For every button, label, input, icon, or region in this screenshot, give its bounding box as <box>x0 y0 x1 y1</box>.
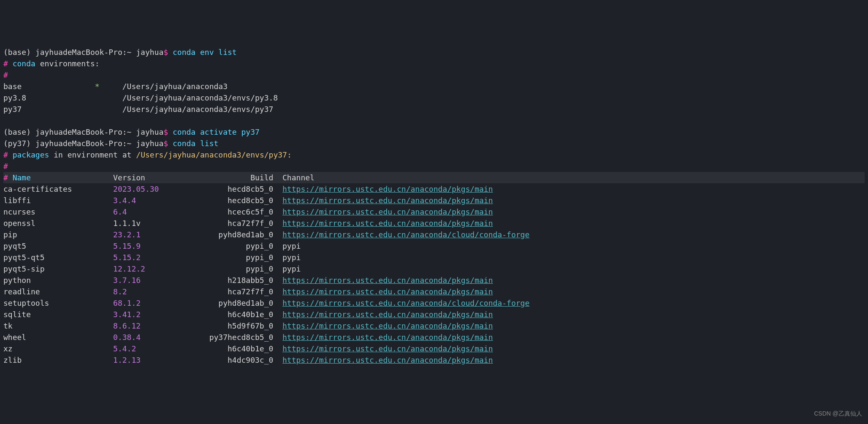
pkg-build: h5d9f67b_0 <box>205 320 274 332</box>
pkg-version: 0.38.4 <box>113 332 205 343</box>
pkg-build: pypi_0 <box>205 252 274 263</box>
pkg-row: tk8.6.12h5d9f67b_0https://mirrors.ustc.e… <box>3 320 865 332</box>
pkg-version: 12.12.2 <box>113 263 205 275</box>
pkg-channel[interactable]: https://mirrors.ustc.edu.cn/anaconda/pkg… <box>273 275 493 286</box>
hash: # <box>3 150 8 159</box>
command-text: conda env list <box>168 48 237 57</box>
env-header-rest: environments: <box>35 59 100 68</box>
pkg-channel[interactable]: https://mirrors.ustc.edu.cn/anaconda/pkg… <box>273 217 493 229</box>
pkg-name: pip <box>3 229 113 240</box>
col-version-header: Version <box>113 172 205 183</box>
pkg-version: 68.1.2 <box>113 297 205 309</box>
pkg-row: ca-certificates2023.05.30hecd8cb5_0https… <box>3 183 865 195</box>
env-name: base <box>3 81 95 92</box>
pkg-row: readline8.2hca72f7f_0https://mirrors.ust… <box>3 286 865 297</box>
pkg-channel[interactable]: https://mirrors.ustc.edu.cn/anaconda/pkg… <box>273 195 493 206</box>
pkg-build: hecd8cb5_0 <box>205 183 274 195</box>
prompt-line: (base) jayhuadeMacBook-Pro:~ jayhua$ con… <box>3 46 865 58</box>
hash: # <box>3 173 8 182</box>
pkg-version: 6.4 <box>113 206 205 217</box>
hash: # <box>3 59 8 68</box>
pkg-header-path: /Users/jayhua/anaconda3/envs/py37: <box>136 150 291 159</box>
env-list-header: # conda environments: <box>3 58 865 69</box>
terminal-output[interactable]: (base) jayhuadeMacBook-Pro:~ jayhua$ con… <box>3 46 865 366</box>
pkg-row: libffi3.4.4hecd8cb5_0https://mirrors.ust… <box>3 195 865 206</box>
pkg-channel[interactable]: https://mirrors.ustc.edu.cn/anaconda/pkg… <box>273 286 493 297</box>
pkg-channel[interactable]: https://mirrors.ustc.edu.cn/anaconda/pkg… <box>273 309 493 320</box>
pkg-build: hcec6c5f_0 <box>205 206 274 217</box>
pkg-version: 1.2.13 <box>113 354 205 366</box>
command-text: conda list <box>168 139 218 148</box>
pkg-row: pip23.2.1pyhd8ed1ab_0https://mirrors.ust… <box>3 229 865 240</box>
pkg-name: setuptools <box>3 297 113 309</box>
pkg-channel[interactable]: https://mirrors.ustc.edu.cn/anaconda/clo… <box>273 297 529 309</box>
prompt-line: (py37) jayhuadeMacBook-Pro:~ jayhua$ con… <box>3 138 865 149</box>
pkg-name: python <box>3 275 113 286</box>
pkg-header-mid: in environment at <box>49 150 136 159</box>
pkg-build: h218abb5_0 <box>205 275 274 286</box>
env-row: py37 /Users/jayhua/anaconda3/envs/py37 <box>3 103 865 115</box>
pkg-version: 23.2.1 <box>113 229 205 240</box>
pkg-row: pyqt5-qt55.15.2pypi_0pypi <box>3 252 865 263</box>
env-path: /Users/jayhua/anaconda3/envs/py37 <box>113 105 273 114</box>
blank-line <box>3 115 865 126</box>
pkg-build: pypi_0 <box>205 263 274 275</box>
command-text: conda activate py37 <box>168 128 260 136</box>
pkg-build: pyhd8ed1ab_0 <box>205 229 274 240</box>
pkg-channel[interactable]: https://mirrors.ustc.edu.cn/anaconda/pkg… <box>273 183 493 195</box>
pkg-channel[interactable]: https://mirrors.ustc.edu.cn/anaconda/pkg… <box>273 332 493 343</box>
env-row: py3.8 /Users/jayhua/anaconda3/envs/py3.8 <box>3 92 865 103</box>
pkg-version: 3.4.4 <box>113 195 205 206</box>
env-active-marker: * <box>95 81 113 92</box>
env-header-label: conda <box>8 59 35 68</box>
pkg-row: xz5.4.2h6c40b1e_0https://mirrors.ustc.ed… <box>3 343 865 354</box>
pkg-name: pyqt5-sip <box>3 263 113 275</box>
pkg-channel: pypi <box>273 240 301 252</box>
prompt-dollar: $ <box>163 128 168 136</box>
pkg-build: h4dc903c_0 <box>205 354 274 366</box>
pkg-env-header: # packages in environment at /Users/jayh… <box>3 149 865 160</box>
env-row: base* /Users/jayhua/anaconda3 <box>3 81 865 92</box>
pkg-name: readline <box>3 286 113 297</box>
pkg-build: hca72f7f_0 <box>205 217 274 229</box>
pkg-channel[interactable]: https://mirrors.ustc.edu.cn/anaconda/pkg… <box>273 206 493 217</box>
prompt-dollar: $ <box>163 48 168 57</box>
pkg-build: hecd8cb5_0 <box>205 195 274 206</box>
pkg-version: 2023.05.30 <box>113 183 205 195</box>
pkg-name: wheel <box>3 332 113 343</box>
pkg-channel[interactable]: https://mirrors.ustc.edu.cn/anaconda/pkg… <box>273 320 493 332</box>
pkg-channel[interactable]: https://mirrors.ustc.edu.cn/anaconda/clo… <box>273 229 529 240</box>
pkg-build: pyhd8ed1ab_0 <box>205 297 274 309</box>
pkg-version: 8.6.12 <box>113 320 205 332</box>
pkg-name: ca-certificates <box>3 183 113 195</box>
hash-line: # <box>3 160 865 172</box>
pkg-row: ncurses6.4hcec6c5f_0https://mirrors.ustc… <box>3 206 865 217</box>
pkg-name: openssl <box>3 217 113 229</box>
pkg-channel: pypi <box>273 263 301 275</box>
pkg-build: py37hecd8cb5_0 <box>205 332 274 343</box>
pkg-build: hca72f7f_0 <box>205 286 274 297</box>
pkg-channel[interactable]: https://mirrors.ustc.edu.cn/anaconda/pkg… <box>273 343 493 354</box>
pkg-row: sqlite3.41.2h6c40b1e_0https://mirrors.us… <box>3 309 865 320</box>
env-name: py3.8 <box>3 92 95 103</box>
col-build-header: Build <box>205 172 274 183</box>
prompt-prefix: (base) jayhuadeMacBook-Pro:~ jayhua <box>3 48 163 57</box>
blank <box>3 116 8 125</box>
env-path: /Users/jayhua/anaconda3 <box>113 82 228 91</box>
pkg-channel: pypi <box>273 252 301 263</box>
name-label: Name <box>8 173 31 182</box>
pkg-row: python3.7.16h218abb5_0https://mirrors.us… <box>3 275 865 286</box>
pkg-version: 5.4.2 <box>113 343 205 354</box>
pkg-name: libffi <box>3 195 113 206</box>
pkg-version: 5.15.9 <box>113 240 205 252</box>
pkg-channel[interactable]: https://mirrors.ustc.edu.cn/anaconda/pkg… <box>273 354 493 366</box>
pkg-row: wheel0.38.4py37hecd8cb5_0https://mirrors… <box>3 332 865 343</box>
hash: # <box>3 162 8 171</box>
pkg-header-label: packages <box>8 150 49 159</box>
pkg-name: zlib <box>3 354 113 366</box>
pkg-row: pyqt5-sip12.12.2pypi_0pypi <box>3 263 865 275</box>
pkg-version: 3.41.2 <box>113 309 205 320</box>
pkg-name: xz <box>3 343 113 354</box>
pkg-name: pyqt5-qt5 <box>3 252 113 263</box>
pkg-row: zlib1.2.13h4dc903c_0https://mirrors.ustc… <box>3 354 865 366</box>
